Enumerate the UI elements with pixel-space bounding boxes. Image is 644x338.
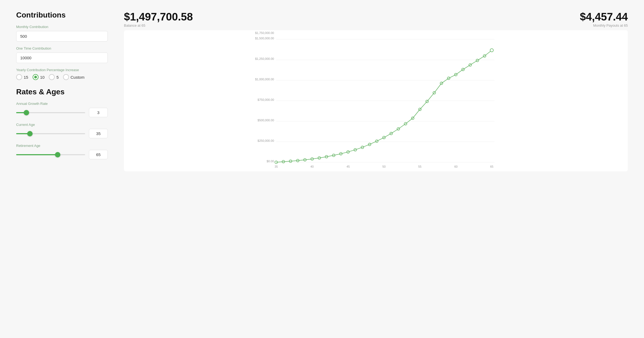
radio-custom[interactable]: Custom bbox=[63, 74, 85, 80]
chart-area: $0.00 $250,000.00 $500,000.00 $750,000.0… bbox=[124, 30, 628, 171]
yearly-increase-label: Yearly Contribution Percentage Increase bbox=[16, 68, 108, 72]
payout-value: $4,457.44 bbox=[580, 11, 628, 23]
radio-label-15: 15 bbox=[24, 75, 28, 80]
svg-text:45: 45 bbox=[347, 165, 350, 168]
svg-text:$0.00: $0.00 bbox=[266, 160, 274, 163]
radio-circle-10 bbox=[33, 74, 39, 80]
radio-5[interactable]: 5 bbox=[49, 74, 58, 80]
annual-growth-rate-track[interactable] bbox=[16, 112, 85, 113]
balance-value: $1,497,700.58 bbox=[124, 11, 193, 23]
radio-circle-custom bbox=[63, 74, 69, 80]
retirement-age-label: Retirement Age bbox=[16, 144, 108, 148]
one-time-contribution-label: One Time Contribution bbox=[16, 46, 108, 50]
svg-text:60: 60 bbox=[454, 165, 458, 168]
current-age-row bbox=[16, 129, 108, 138]
radio-label-5: 5 bbox=[56, 75, 58, 80]
monthly-contribution-input[interactable] bbox=[16, 31, 108, 42]
current-age-value[interactable] bbox=[89, 129, 108, 138]
current-age-thumb[interactable] bbox=[27, 131, 33, 136]
radio-15[interactable]: 15 bbox=[16, 74, 28, 80]
svg-text:$1,000,000.00: $1,000,000.00 bbox=[255, 78, 274, 81]
svg-text:50: 50 bbox=[382, 165, 386, 168]
svg-text:$250,000.00: $250,000.00 bbox=[258, 139, 274, 142]
annual-growth-rate-row bbox=[16, 108, 108, 117]
balance-label: Balance at 65 bbox=[124, 23, 193, 27]
svg-text:$1,750,000.00: $1,750,000.00 bbox=[255, 31, 274, 35]
svg-text:55: 55 bbox=[418, 165, 421, 168]
radio-circle-15 bbox=[16, 74, 22, 80]
contributions-title: Contributions bbox=[16, 11, 108, 19]
annual-growth-rate-value[interactable] bbox=[89, 108, 108, 117]
current-age-container: Current Age bbox=[16, 123, 108, 138]
payout-stat: $4,457.44 Monthly Payouts at 65 bbox=[580, 11, 628, 27]
main-content: $1,497,700.58 Balance at 65 $4,457.44 Mo… bbox=[124, 11, 628, 171]
radio-10[interactable]: 10 bbox=[33, 74, 45, 80]
svg-text:$750,000.00: $750,000.00 bbox=[258, 98, 274, 101]
svg-point-52 bbox=[490, 49, 493, 52]
svg-text:65: 65 bbox=[490, 165, 493, 168]
radio-label-custom: Custom bbox=[71, 75, 85, 80]
svg-text:$500,000.00: $500,000.00 bbox=[258, 119, 274, 122]
svg-text:40: 40 bbox=[310, 165, 314, 168]
one-time-contribution-input[interactable] bbox=[16, 53, 108, 63]
current-age-track[interactable] bbox=[16, 133, 85, 134]
retirement-age-row bbox=[16, 150, 108, 159]
growth-chart: $0.00 $250,000.00 $500,000.00 $750,000.0… bbox=[124, 30, 628, 170]
retirement-age-track[interactable] bbox=[16, 154, 85, 155]
yearly-increase-radio-group: 15 10 5 Custom bbox=[16, 74, 108, 80]
current-age-label: Current Age bbox=[16, 123, 108, 127]
stats-row: $1,497,700.58 Balance at 65 $4,457.44 Mo… bbox=[124, 11, 628, 27]
sidebar: Contributions Monthly Contribution One T… bbox=[16, 11, 108, 171]
monthly-contribution-label: Monthly Contribution bbox=[16, 25, 108, 29]
svg-text:$1,500,000.00: $1,500,000.00 bbox=[255, 37, 274, 40]
annual-growth-rate-label: Annual Growth Rate bbox=[16, 102, 108, 106]
radio-circle-5 bbox=[49, 74, 55, 80]
retirement-age-thumb[interactable] bbox=[55, 152, 60, 157]
svg-text:$1,250,000.00: $1,250,000.00 bbox=[255, 57, 274, 60]
radio-label-10: 10 bbox=[40, 75, 45, 80]
payout-label: Monthly Payouts at 65 bbox=[580, 23, 628, 27]
annual-growth-rate-container: Annual Growth Rate bbox=[16, 102, 108, 117]
rates-ages-title: Rates & Ages bbox=[16, 88, 108, 96]
retirement-age-fill bbox=[16, 154, 58, 155]
annual-growth-rate-thumb[interactable] bbox=[24, 110, 29, 115]
retirement-age-value[interactable] bbox=[89, 150, 108, 159]
svg-text:35: 35 bbox=[275, 165, 278, 168]
retirement-age-container: Retirement Age bbox=[16, 144, 108, 159]
app-layout: Contributions Monthly Contribution One T… bbox=[16, 11, 628, 171]
balance-stat: $1,497,700.58 Balance at 65 bbox=[124, 11, 193, 27]
